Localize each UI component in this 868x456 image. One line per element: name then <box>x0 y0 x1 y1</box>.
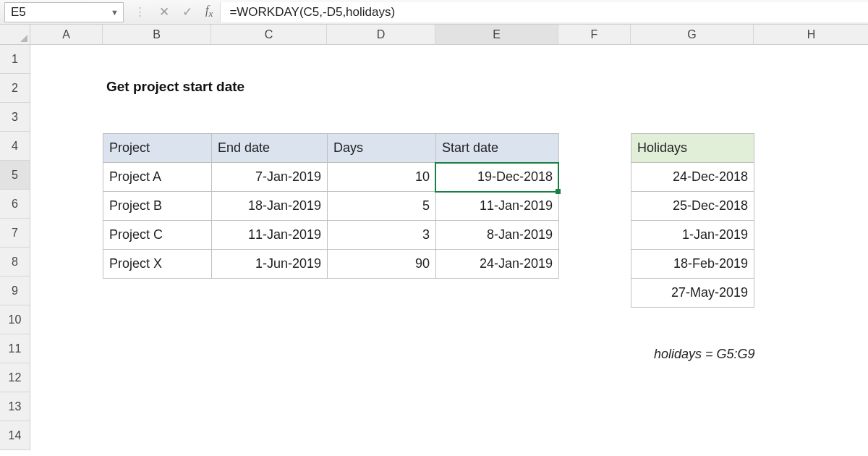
header-days[interactable]: Days <box>328 134 436 163</box>
column-header-E[interactable]: E <box>435 25 558 45</box>
name-box-value: E5 <box>11 5 26 20</box>
cell-holiday[interactable]: 24-Dec-2018 <box>631 163 754 192</box>
worksheet-title: Get project start date <box>106 79 244 95</box>
table-row: Project X 1-Jun-2019 90 24-Jan-2019 <box>103 250 559 279</box>
cell-project[interactable]: Project A <box>103 163 212 192</box>
row-header-9[interactable]: 9 <box>0 276 30 305</box>
cell-project[interactable]: Project X <box>103 250 212 279</box>
row-header-8[interactable]: 8 <box>0 248 30 276</box>
cell-days[interactable]: 5 <box>328 192 436 221</box>
header-holidays[interactable]: Holidays <box>631 134 754 163</box>
header-start-date[interactable]: Start date <box>436 134 559 163</box>
cell-start-date[interactable]: 24-Jan-2019 <box>436 250 559 279</box>
cell-end-date[interactable]: 7-Jan-2019 <box>212 163 328 192</box>
row-header-6[interactable]: 6 <box>0 190 30 219</box>
formula-bar-icons: ⋮ ✕ ✓ fx <box>127 4 220 20</box>
formula-bar: E5 ▼ ⋮ ✕ ✓ fx =WORKDAY(C5,-D5,holidays) <box>0 0 868 25</box>
projects-table: Project End date Days Start date Project… <box>103 133 559 279</box>
header-project[interactable]: Project <box>103 134 212 163</box>
cell-days[interactable]: 3 <box>328 221 436 250</box>
cell-holiday[interactable]: 18-Feb-2019 <box>631 250 754 279</box>
row-header-10[interactable]: 10 <box>0 305 30 334</box>
cell-start-date[interactable]: 11-Jan-2019 <box>436 192 559 221</box>
cell-end-date[interactable]: 11-Jan-2019 <box>212 221 328 250</box>
column-header-C[interactable]: C <box>211 25 327 45</box>
formula-text: =WORKDAY(C5,-D5,holidays) <box>229 5 395 20</box>
column-header-B[interactable]: B <box>103 25 211 45</box>
name-box[interactable]: E5 ▼ <box>4 2 124 22</box>
holidays-table: Holidays 24-Dec-2018 25-Dec-2018 1-Jan-2… <box>631 133 754 308</box>
column-header-A[interactable]: A <box>30 25 103 45</box>
row-header-1[interactable]: 1 <box>0 45 30 74</box>
row-header-12[interactable]: 12 <box>0 363 30 392</box>
enter-icon[interactable]: ✓ <box>182 4 192 20</box>
table-header-row: Project End date Days Start date <box>103 134 559 163</box>
cells-area[interactable]: Get project start date Project End date … <box>30 45 868 456</box>
column-headers: ABCDEFGH <box>30 25 868 45</box>
cell-days[interactable]: 10 <box>328 163 436 192</box>
cell-holiday[interactable]: 25-Dec-2018 <box>631 192 754 221</box>
column-header-G[interactable]: G <box>631 25 754 45</box>
note-text: holidays = G5:G9 <box>654 347 755 362</box>
table-row: Project A 7-Jan-2019 10 19-Dec-2018 <box>103 163 559 192</box>
row-header-5[interactable]: 5 <box>0 161 30 190</box>
row-header-3[interactable]: 3 <box>0 103 30 132</box>
cell-project[interactable]: Project B <box>103 192 212 221</box>
column-header-H[interactable]: H <box>754 25 868 45</box>
cell-days[interactable]: 90 <box>328 250 436 279</box>
name-box-dropdown-icon[interactable]: ▼ <box>111 8 119 17</box>
row-header-14[interactable]: 14 <box>0 421 30 450</box>
row-header-13[interactable]: 13 <box>0 392 30 421</box>
formula-input[interactable]: =WORKDAY(C5,-D5,holidays) <box>220 2 868 22</box>
cell-holiday[interactable]: 1-Jan-2019 <box>631 221 754 250</box>
cell-holiday[interactable]: 27-May-2019 <box>631 279 754 308</box>
table-row: Project C 11-Jan-2019 3 8-Jan-2019 <box>103 221 559 250</box>
cell-end-date[interactable]: 1-Jun-2019 <box>212 250 328 279</box>
cell-start-date[interactable]: 19-Dec-2018 <box>436 163 559 192</box>
row-header-4[interactable]: 4 <box>0 132 30 161</box>
row-header-11[interactable]: 11 <box>0 334 30 363</box>
header-end-date[interactable]: End date <box>212 134 328 163</box>
cell-start-date[interactable]: 8-Jan-2019 <box>436 221 559 250</box>
column-header-F[interactable]: F <box>558 25 631 45</box>
column-header-D[interactable]: D <box>327 25 435 45</box>
spreadsheet-grid: ABCDEFGH 1234567891011121314 Get project… <box>0 25 868 456</box>
fx-icon[interactable]: fx <box>205 4 213 20</box>
row-headers: 1234567891011121314 <box>0 45 30 450</box>
table-row: Project B 18-Jan-2019 5 11-Jan-2019 <box>103 192 559 221</box>
row-header-7[interactable]: 7 <box>0 219 30 248</box>
cell-project[interactable]: Project C <box>103 221 212 250</box>
row-header-2[interactable]: 2 <box>0 74 30 103</box>
cell-end-date[interactable]: 18-Jan-2019 <box>212 192 328 221</box>
divider-icon: ⋮ <box>134 4 146 20</box>
select-all-corner[interactable] <box>0 25 30 45</box>
cancel-icon[interactable]: ✕ <box>159 4 169 20</box>
